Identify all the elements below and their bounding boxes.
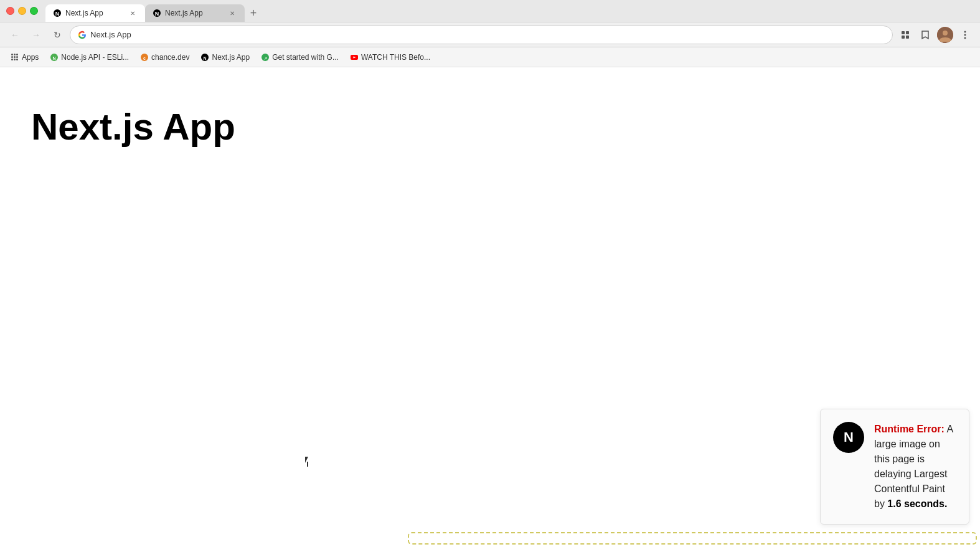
bookmark-nextjs-label: Next.js App <box>212 53 250 62</box>
bookmark-chancedev-label: chance.dev <box>151 53 189 62</box>
tab-2-close[interactable]: ✕ <box>227 8 237 18</box>
svg-rect-5 <box>906 31 909 34</box>
svg-text:N: N <box>155 11 159 17</box>
svg-rect-4 <box>902 31 905 34</box>
close-button[interactable] <box>6 7 14 15</box>
traffic-lights <box>6 7 38 15</box>
svg-point-10 <box>964 31 966 32</box>
apps-bookmark[interactable]: Apps <box>6 51 44 64</box>
new-tab-button[interactable]: + <box>245 4 262 22</box>
toolbar: ← → ↻ <box>0 22 980 47</box>
next-logo-letter: N <box>844 429 854 445</box>
page-heading: Next.js App <box>0 67 980 150</box>
address-bar-container[interactable] <box>70 26 893 44</box>
bookmark-nodejs[interactable]: N Node.js API - ESLi... <box>45 51 134 64</box>
bookmark-youtube[interactable]: WATCH THIS Befo... <box>345 51 435 64</box>
error-text: Runtime Error: A large image on this pag… <box>874 422 956 512</box>
svg-text:N: N <box>204 55 207 60</box>
avatar <box>937 27 953 43</box>
tab-2-title: Next.js App <box>165 9 224 17</box>
kebab-menu-icon <box>960 30 970 40</box>
youtube-favicon <box>350 53 359 62</box>
apps-grid-icon <box>11 54 18 60</box>
svg-rect-6 <box>902 36 905 39</box>
cursor <box>305 457 313 468</box>
bookmark-nodejs-label: Node.js API - ESLi... <box>61 53 129 62</box>
svg-text:↗: ↗ <box>264 56 267 60</box>
back-button[interactable]: ← <box>6 26 24 44</box>
svg-point-12 <box>964 37 966 39</box>
extensions-button[interactable] <box>897 26 914 44</box>
chancedev-favicon: c <box>140 53 149 62</box>
error-label: Runtime Error: <box>874 424 945 434</box>
puzzle-icon <box>900 30 910 40</box>
error-panel: N Runtime Error: A large image on this p… <box>820 409 969 525</box>
error-panel-wrapper: N Runtime Error: A large image on this p… <box>408 532 977 545</box>
svg-point-11 <box>964 34 966 36</box>
minimize-button[interactable] <box>18 7 26 15</box>
tab-1-title: Next.js App <box>65 9 124 17</box>
bookmark-chancedev[interactable]: c chance.dev <box>135 51 194 64</box>
getstarted-favicon: ↗ <box>261 53 270 62</box>
tab-1-close[interactable]: ✕ <box>128 8 138 18</box>
tab-1[interactable]: N Next.js App ✕ <box>45 4 145 22</box>
google-icon <box>78 31 87 39</box>
reload-button[interactable]: ↻ <box>49 26 66 44</box>
forward-button[interactable]: → <box>27 26 45 44</box>
svg-text:N: N <box>53 55 56 60</box>
bookmark-button[interactable] <box>916 26 934 44</box>
next-logo: N <box>833 422 864 453</box>
error-duration: 1.6 seconds. <box>887 498 947 509</box>
next-favicon-1: N <box>53 9 62 17</box>
page-content: Next.js App N Runtime Error: A large ima… <box>0 67 980 557</box>
avatar-image <box>937 27 953 43</box>
nodejs-favicon: N <box>50 53 59 62</box>
bookmark-getstarted-label: Get started with G... <box>272 53 339 62</box>
error-message: A large image on this page is delaying L… <box>874 424 953 509</box>
bookmark-icon <box>920 30 930 40</box>
nextjs-favicon: N <box>200 53 209 62</box>
svg-text:c: c <box>143 55 146 60</box>
bookmark-nextjs[interactable]: N Next.js App <box>196 51 255 64</box>
bookmarks-bar: Apps N Node.js API - ESLi... c chance.de… <box>0 47 980 67</box>
tab-2[interactable]: N Next.js App ✕ <box>145 4 245 22</box>
bookmark-youtube-label: WATCH THIS Befo... <box>361 53 430 62</box>
title-bar: N Next.js App ✕ N Next.js App ✕ + <box>0 0 980 22</box>
next-favicon-2: N <box>153 9 161 17</box>
menu-button[interactable] <box>956 26 974 44</box>
maximize-button[interactable] <box>30 7 38 15</box>
profile-button[interactable] <box>936 26 954 44</box>
tabs-area: N Next.js App ✕ N Next.js App ✕ + <box>45 0 974 22</box>
bookmark-getstarted[interactable]: ↗ Get started with G... <box>256 51 344 64</box>
address-input[interactable] <box>90 30 885 39</box>
svg-rect-7 <box>906 36 909 39</box>
svg-point-9 <box>943 31 948 36</box>
apps-label: Apps <box>22 53 39 62</box>
svg-text:N: N <box>55 11 60 17</box>
toolbar-right <box>897 26 974 44</box>
